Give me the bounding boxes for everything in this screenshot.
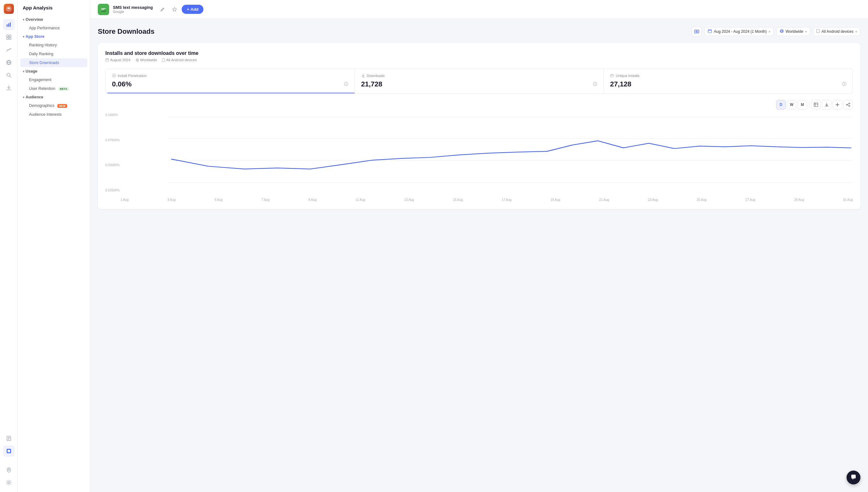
- x-label-7aug: 7 Aug: [262, 198, 270, 201]
- sidebar-appstore-header[interactable]: ▾ App Store: [20, 32, 88, 41]
- stat-label-penetration-text: Install Penetration: [118, 74, 147, 78]
- stat-value-downloads: 21,728 ⓘ: [361, 80, 597, 88]
- rail-nav-search[interactable]: [3, 69, 15, 81]
- x-label-25aug: 25 Aug: [697, 198, 706, 201]
- new-badge: NEW: [57, 104, 67, 108]
- app-logo[interactable]: [4, 4, 14, 14]
- svg-rect-19: [7, 450, 10, 452]
- sidebar-item-demographics[interactable]: Demographics NEW: [20, 101, 88, 110]
- chart-title: Installs and store downloads over time: [105, 50, 853, 56]
- x-label-13aug: 13 Aug: [404, 198, 414, 201]
- sidebar-audience-header[interactable]: ▾ Audience: [20, 93, 88, 101]
- svg-rect-2: [8, 23, 9, 27]
- page-title: Store Downloads: [98, 27, 154, 35]
- sidebar-item-store-downloads[interactable]: Store Downloads: [20, 58, 88, 67]
- x-label-27aug: 27 Aug: [746, 198, 755, 201]
- rail-nav-chart[interactable]: [3, 44, 15, 55]
- chevron-down-icon-4: ▾: [23, 96, 24, 99]
- svg-point-59: [849, 103, 850, 104]
- star-button[interactable]: [170, 5, 179, 14]
- device-filter-label: All Android devices: [822, 29, 853, 34]
- chat-bubble-button[interactable]: [847, 471, 861, 485]
- period-d-button[interactable]: D: [776, 100, 786, 109]
- chevron-down-icon-region: ▾: [805, 30, 807, 33]
- rail-nav-settings[interactable]: [3, 477, 15, 488]
- app-name: SMS text messaging: [113, 5, 153, 10]
- sidebar-item-audience-interests[interactable]: Audience Interests: [20, 110, 88, 119]
- svg-point-21: [8, 482, 10, 484]
- stat-downloads[interactable]: Downloads 21,728 ⓘ: [355, 69, 604, 93]
- rail-nav-globe[interactable]: [3, 57, 15, 68]
- add-icon: +: [187, 7, 189, 12]
- stat-value-penetration: 0.06% ⓘ: [112, 80, 348, 88]
- content-area: Store Downloads: [90, 19, 868, 492]
- rail-nav-analysis[interactable]: [3, 19, 15, 30]
- x-label-21aug: 21 Aug: [599, 198, 609, 201]
- sidebar-overview-section: ▾ Overview App Performance: [18, 16, 90, 32]
- chart-meta-date: August 2024: [105, 58, 130, 62]
- sidebar-overview-label: Overview: [26, 17, 43, 22]
- svg-line-12: [10, 76, 11, 77]
- add-series-button[interactable]: [833, 100, 842, 109]
- app-name-block: SMS text messaging Google: [113, 5, 153, 14]
- svg-rect-6: [7, 38, 8, 40]
- period-m-button[interactable]: M: [798, 100, 807, 109]
- stat-label-penetration: Install Penetration: [112, 73, 348, 78]
- share-button[interactable]: [843, 100, 853, 109]
- svg-line-63: [847, 105, 849, 106]
- stat-info-downloads[interactable]: ⓘ: [593, 81, 597, 87]
- sidebar-item-user-retention[interactable]: User Retention BETA: [20, 84, 88, 93]
- excel-export-button[interactable]: [811, 100, 821, 109]
- globe-icon: [780, 29, 784, 34]
- chart-meta: August 2024 Worldwide All Android d: [105, 58, 853, 62]
- rail-nav-rocket[interactable]: [3, 464, 15, 475]
- device-filter[interactable]: All Android devices ▾: [813, 27, 861, 36]
- date-filter[interactable]: Aug 2024 - Aug 2024 (1 Month) ▾: [704, 27, 773, 36]
- rail-nav-active[interactable]: [3, 445, 15, 457]
- rail-nav-grid[interactable]: [3, 31, 15, 43]
- chevron-down-icon-device: ▾: [855, 30, 857, 33]
- stat-label-unique: Unique Installs: [610, 73, 846, 78]
- stat-info-penetration[interactable]: ⓘ: [344, 81, 348, 87]
- chevron-down-icon-date: ▾: [769, 30, 770, 33]
- x-label-9aug: 9 Aug: [308, 198, 317, 201]
- toolbar-separator: [809, 102, 809, 108]
- app-icon: [98, 4, 109, 15]
- chart-device: All Android devices: [166, 58, 197, 62]
- stat-install-penetration[interactable]: Install Penetration 0.06% ⓘ: [106, 69, 354, 93]
- svg-point-37: [818, 32, 818, 32]
- chevron-down-icon-2: ▾: [23, 35, 24, 39]
- svg-rect-5: [9, 35, 11, 37]
- beta-badge: BETA: [58, 87, 69, 91]
- top-header: SMS text messaging Google + Add: [90, 0, 868, 19]
- svg-rect-23: [101, 8, 106, 9]
- rail-nav-reports[interactable]: [3, 433, 15, 444]
- rail-nav-download[interactable]: [3, 82, 15, 93]
- x-label-11aug: 11 Aug: [355, 198, 365, 201]
- region-filter-label: Worldwide: [786, 29, 803, 34]
- svg-rect-1: [7, 24, 7, 27]
- chart-area: 0.1000% 0.07500% 0.05000% 0.02500%: [105, 113, 853, 201]
- stat-unique-installs[interactable]: Unique Installs 27,128 ⓘ: [604, 69, 852, 93]
- svg-rect-38: [106, 59, 108, 62]
- sidebar-item-daily-ranking[interactable]: Daily Ranking: [20, 50, 88, 58]
- period-w-button[interactable]: W: [787, 100, 796, 109]
- sidebar-overview-header[interactable]: ▾ Overview: [20, 16, 88, 24]
- svg-rect-53: [814, 103, 818, 106]
- add-button[interactable]: + Add: [182, 5, 203, 14]
- edit-button[interactable]: [158, 5, 167, 14]
- sidebar-title: App Analysis: [18, 5, 90, 16]
- sidebar-usage-header[interactable]: ▾ Usage: [20, 67, 88, 75]
- sidebar-audience-section: ▾ Audience Demographics NEW Audience Int…: [18, 93, 90, 119]
- sidebar-item-ranking-history[interactable]: Ranking History: [20, 41, 88, 50]
- x-label-3aug: 3 Aug: [168, 198, 176, 201]
- filter-bar: Aug 2024 - Aug 2024 (1 Month) ▾ Worldwid…: [692, 26, 861, 36]
- sidebar: App Analysis ▾ Overview App Performance …: [18, 0, 90, 492]
- download-button[interactable]: [822, 100, 832, 109]
- stat-info-unique[interactable]: ⓘ: [842, 81, 846, 87]
- sidebar-item-engagement[interactable]: Engagement: [20, 75, 88, 84]
- filter-compare-btn[interactable]: [692, 26, 702, 36]
- sidebar-item-app-performance[interactable]: App Performance: [20, 24, 88, 32]
- region-filter[interactable]: Worldwide ▾: [776, 27, 810, 36]
- page-header: Store Downloads: [98, 26, 861, 36]
